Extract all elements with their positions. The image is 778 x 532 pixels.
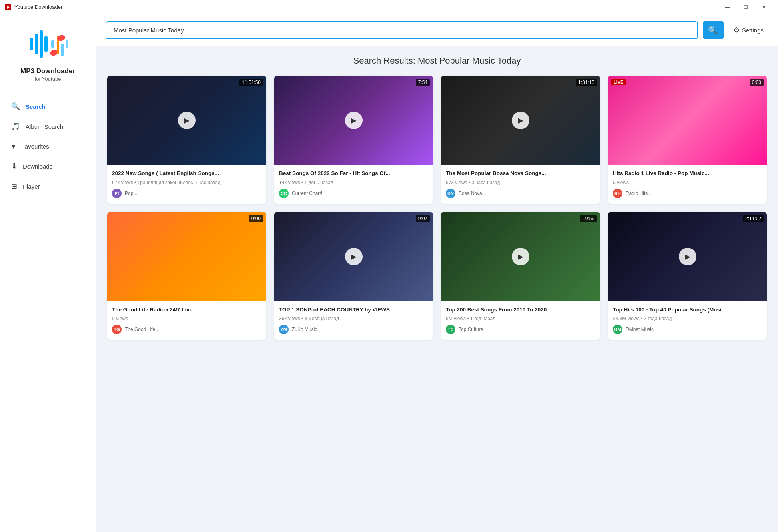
- channel-avatar: DM: [613, 325, 622, 334]
- thumbnail-bg: ▶: [274, 212, 433, 301]
- video-card[interactable]: 0:00 The Good Life Radio • 24/7 Live... …: [107, 212, 266, 340]
- titlebar: Youtube Downloader — ☐ ✕: [0, 0, 778, 14]
- player-icon: ⊞: [11, 182, 17, 191]
- thumbnail-wrapper: ▶ 1:31:15: [441, 76, 600, 165]
- thumbnail-bg: ▶: [441, 212, 600, 301]
- main-content: 🔍 ⚙ Settings Search Results: Most Popula…: [96, 14, 778, 532]
- close-button[interactable]: ✕: [755, 0, 773, 14]
- channel-name: Bosa Nova...: [459, 191, 486, 196]
- card-title: The Most Popular Bossa Nova Songs...: [446, 170, 595, 177]
- svg-rect-12: [66, 40, 68, 48]
- app-icon: [5, 4, 11, 10]
- card-channel: RH Radio Hits...: [613, 189, 762, 198]
- titlebar-controls: — ☐ ✕: [718, 0, 773, 14]
- thumbnail-wrapper: ▶ 9:07: [274, 212, 433, 301]
- card-channel: TC Top Culture: [446, 325, 595, 334]
- logo-container: MP3 Downloader for Youtube: [20, 24, 75, 82]
- duration-badge: 11:51:50: [239, 79, 263, 86]
- card-info: 2022 New Songs ( Latest English Songs...…: [107, 165, 266, 204]
- maximize-button[interactable]: ☐: [736, 0, 755, 14]
- results-area: Search Results: Most Popular Music Today…: [96, 46, 778, 532]
- app-subtitle: for Youtube: [35, 76, 61, 82]
- svg-rect-4: [40, 30, 43, 58]
- sidebar-item-album-search-label: Album Search: [26, 123, 63, 130]
- channel-name: The Good Life...: [125, 327, 159, 332]
- card-title: The Good Life Radio • 24/7 Live...: [112, 306, 261, 314]
- channel-name: DMnet Music: [626, 327, 654, 332]
- titlebar-app-name: Youtube Downloader: [14, 4, 62, 10]
- app-logo: [28, 24, 68, 64]
- download-icon: ⬇: [11, 162, 17, 171]
- thumbnail-wrapper: ▶ 2:11:02: [608, 212, 767, 301]
- card-info: Top 200 Best Songs From 2010 To 2020 5M …: [441, 301, 600, 340]
- sidebar-item-downloads-label: Downloads: [23, 163, 52, 170]
- channel-avatar: TG: [112, 325, 122, 334]
- sidebar: MP3 Downloader for Youtube 🔍 Search 🎵 Al…: [0, 14, 96, 532]
- card-meta: 0 views: [613, 180, 762, 185]
- card-title: Top 200 Best Songs From 2010 To 2020: [446, 306, 595, 314]
- duration-badge: 7:54: [416, 79, 430, 86]
- results-title: Search Results: Most Popular Music Today: [107, 56, 767, 66]
- topbar: 🔍 ⚙ Settings: [96, 14, 778, 46]
- settings-button[interactable]: ⚙ Settings: [728, 22, 768, 38]
- minimize-button[interactable]: —: [718, 0, 736, 14]
- thumbnail-bg: [107, 212, 266, 301]
- video-card[interactable]: ▶ 1:31:15 The Most Popular Bossa Nova So…: [441, 76, 600, 204]
- thumbnail-wrapper: ▶ 7:54: [274, 76, 433, 165]
- play-button[interactable]: ▶: [345, 112, 363, 129]
- channel-name: Top Culture: [459, 327, 483, 332]
- card-title: Hits Radio 1 Live Radio - Pop Music...: [613, 170, 762, 177]
- sidebar-item-downloads[interactable]: ⬇ Downloads: [0, 156, 96, 176]
- channel-avatar: PI: [112, 189, 122, 198]
- play-button[interactable]: ▶: [679, 248, 696, 265]
- channel-avatar: CC: [279, 189, 289, 198]
- duration-badge: 19:56: [580, 215, 597, 222]
- card-meta: 0 views: [112, 316, 261, 321]
- video-card[interactable]: ▶ 19:56 Top 200 Best Songs From 2010 To …: [441, 212, 600, 340]
- search-button[interactable]: 🔍: [703, 21, 724, 39]
- card-meta: 14k views • 1 день назад: [279, 180, 428, 185]
- thumbnail-bg: [608, 76, 767, 165]
- video-card[interactable]: ▶ 2:11:02 Top Hits 100 - Top 40 Popular …: [608, 212, 767, 340]
- play-button[interactable]: ▶: [512, 112, 529, 129]
- card-info: Top Hits 100 - Top 40 Popular Songs (Mus…: [608, 301, 767, 340]
- svg-rect-5: [44, 36, 48, 52]
- duration-badge: 0:00: [249, 215, 263, 222]
- thumbnail-wrapper: 0:00: [107, 212, 266, 301]
- thumbnail-wrapper: ▶ 19:56: [441, 212, 600, 301]
- card-title: TOP 1 SONG of EACH COUNTRY by VIEWS ...: [279, 306, 428, 314]
- results-grid: ▶ 11:51:50 2022 New Songs ( Latest Engli…: [107, 76, 767, 340]
- card-channel: PI Pop...: [112, 189, 261, 198]
- heart-icon: ♥: [11, 142, 16, 151]
- channel-avatar: BN: [446, 189, 455, 198]
- search-button-icon: 🔍: [708, 25, 718, 35]
- search-input[interactable]: [106, 21, 698, 39]
- card-info: Hits Radio 1 Live Radio - Pop Music... 0…: [608, 165, 767, 204]
- card-info: TOP 1 SONG of EACH COUNTRY by VIEWS ... …: [274, 301, 433, 340]
- video-card[interactable]: ▶ 9:07 TOP 1 SONG of EACH COUNTRY by VIE…: [274, 212, 433, 340]
- sidebar-item-search[interactable]: 🔍 Search: [0, 96, 96, 116]
- channel-avatar: TC: [446, 325, 455, 334]
- thumbnail-bg: ▶: [441, 76, 600, 165]
- sidebar-item-search-label: Search: [26, 103, 46, 110]
- card-meta: 573 views • 3 часа назад: [446, 180, 595, 185]
- svg-rect-3: [35, 34, 38, 54]
- video-card[interactable]: ▶ 7:54 Best Songs Of 2022 So Far - Hit S…: [274, 76, 433, 204]
- video-card[interactable]: 0:00 LIVE Hits Radio 1 Live Radio - Pop …: [608, 76, 767, 204]
- sidebar-item-album-search[interactable]: 🎵 Album Search: [0, 116, 96, 137]
- play-button[interactable]: ▶: [345, 248, 363, 265]
- search-input-wrapper: [106, 21, 698, 39]
- play-button[interactable]: ▶: [178, 112, 196, 129]
- thumbnail-bg: ▶: [107, 76, 266, 165]
- channel-name: Pop...: [125, 191, 137, 196]
- sidebar-item-player[interactable]: ⊞ Player: [0, 176, 96, 196]
- play-button[interactable]: ▶: [512, 248, 529, 265]
- svg-rect-11: [61, 44, 64, 56]
- thumbnail-bg: ▶: [608, 212, 767, 301]
- video-card[interactable]: ▶ 11:51:50 2022 New Songs ( Latest Engli…: [107, 76, 266, 204]
- channel-name: ZuKo Music: [292, 327, 317, 332]
- svg-rect-2: [30, 38, 33, 50]
- sidebar-item-player-label: Player: [23, 183, 40, 190]
- card-title: Best Songs Of 2022 So Far - Hit Songs Of…: [279, 170, 428, 177]
- sidebar-item-favourites[interactable]: ♥ Favourites: [0, 137, 96, 156]
